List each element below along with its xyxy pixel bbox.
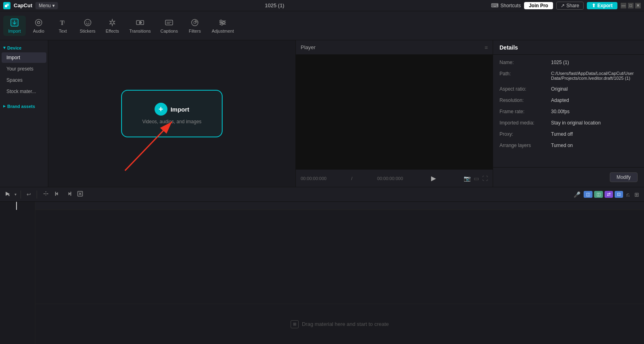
modify-button[interactable]: Modify [610, 172, 638, 182]
tool-audio[interactable]: Audio [27, 16, 50, 36]
device-section: ▾ Device [0, 44, 48, 52]
import-button[interactable]: + Import Videos, audios, and images [121, 90, 222, 137]
arrange-layers-label: Arrange layers [500, 143, 548, 148]
undo-button[interactable]: ↩ [25, 191, 33, 198]
chevron-down-icon: ▾ [3, 45, 6, 50]
audio-icon [34, 18, 43, 27]
detail-proxy: Proxy: Turned off [500, 131, 638, 137]
detail-resolution: Resolution: Adapted [500, 97, 638, 103]
split-button[interactable] [41, 190, 51, 199]
export-button[interactable]: ⬆ Export [587, 2, 617, 9]
text-icon: T I [58, 18, 67, 27]
svg-point-23 [220, 20, 222, 22]
player-panel: Player ≡ 00:00:00:000 / 00:00:00:000 ▶ 📷… [296, 40, 493, 187]
tl-divider-2 [37, 191, 37, 199]
tl-btn-gray2[interactable]: ⊞ [633, 190, 641, 199]
crop-icon[interactable]: ▭ [474, 175, 479, 182]
timeline-main: ⊞ Drag material here and start to create [35, 202, 644, 344]
tl-btn-gray1[interactable]: ⎌ [625, 190, 631, 199]
tool-text[interactable]: T I Text [52, 16, 74, 36]
svg-point-5 [35, 19, 42, 26]
filters-label: Filters [189, 29, 201, 33]
tl-btn-green[interactable]: ◫ [594, 191, 603, 198]
topbar-left: CapCut Menu ▾ [3, 2, 58, 9]
sidebar-item-spaces[interactable]: Spaces [2, 75, 46, 85]
media-panel: + Import Videos, audios, and images [48, 40, 296, 187]
tl-btn-purple[interactable]: ⇄ [605, 191, 613, 198]
timeline-ruler [35, 202, 644, 210]
sidebar-item-presets[interactable]: Your presets [2, 64, 46, 74]
timeline-toolbar: ▾ ↩ [0, 187, 644, 202]
close-button[interactable]: ✕ [635, 3, 641, 8]
delete-clip-button[interactable] [76, 190, 85, 199]
cursor-tool-button[interactable] [3, 190, 12, 199]
menu-label: Menu [39, 3, 51, 8]
join-pro-button[interactable]: Join Pro [524, 2, 553, 9]
player-controls: 00:00:00:000 / 00:00:00:000 ▶ 📷 ▭ ⛶ [296, 169, 493, 187]
main-area: ▾ Device Import Your presets Spaces Stoc… [0, 40, 644, 187]
tool-effects[interactable]: Effects [101, 16, 124, 36]
timeline-track-headers [0, 202, 35, 344]
transitions-label: Transitions [129, 29, 151, 33]
arrange-layers-value: Turned on [551, 143, 573, 148]
app-name: CapCut [14, 2, 32, 8]
tl-btn-blue2[interactable]: ⊡ [615, 191, 623, 198]
shortcuts-button[interactable]: ⌨ Shortcuts [491, 2, 521, 8]
import-icon [10, 18, 19, 27]
tool-captions[interactable]: Captions [157, 16, 182, 36]
timeline-drop-zone[interactable]: ⊞ Drag material here and start to create [35, 304, 644, 344]
window-controls: — □ ✕ [621, 3, 641, 8]
path-label: Path: [500, 71, 548, 77]
media-content: + Import Videos, audios, and images [48, 40, 295, 187]
sidebar-item-import[interactable]: Import [2, 52, 46, 63]
maximize-button[interactable]: □ [628, 3, 634, 8]
camera-icon[interactable]: 📷 [464, 175, 471, 182]
player-ctrl-icons: 📷 ▭ ⛶ [464, 175, 488, 182]
left-sidebar: ▾ Device Import Your presets Spaces Stoc… [0, 40, 48, 187]
tool-stickers[interactable]: Stickers [76, 16, 99, 36]
minimize-button[interactable]: — [621, 3, 626, 8]
detail-path: Path: C:/Users/fast/AppData/Local/CapCut… [500, 71, 638, 81]
brand-assets-section: ▸ Brand assets [0, 102, 48, 110]
menu-button[interactable]: Menu ▾ [35, 2, 58, 9]
trim-end-button[interactable] [64, 190, 73, 199]
tl-btn-blue1[interactable]: ◫ [584, 191, 592, 198]
name-label: Name: [500, 60, 548, 65]
tool-adjustment[interactable]: Adjustment [208, 16, 238, 36]
menu-arrow: ▾ [52, 3, 55, 8]
resolution-label: Resolution: [500, 97, 548, 103]
fullscreen-icon[interactable]: ⛶ [482, 175, 488, 182]
stickers-icon [83, 18, 92, 27]
import-box-subtitle: Videos, audios, and images [142, 119, 201, 124]
drop-hint-text: Drag material here and start to create [302, 321, 389, 327]
svg-rect-2 [6, 4, 9, 6]
svg-point-9 [85, 19, 91, 26]
tool-filters[interactable]: Filters [184, 16, 206, 36]
chevron-right-icon: ▸ [3, 104, 6, 109]
aspect-value: Original [551, 86, 568, 92]
detail-name: Name: 1025 (1) [500, 60, 638, 65]
tool-transitions[interactable]: Transitions [125, 16, 155, 36]
import-plus-icon: + [155, 103, 167, 116]
detail-framerate: Frame rate: 30.00fps [500, 109, 638, 114]
playhead-marker [16, 202, 17, 210]
tool-import[interactable]: Import [3, 16, 26, 36]
play-button[interactable]: ▶ [428, 173, 439, 184]
stickers-label: Stickers [80, 29, 95, 33]
sidebar-item-stock[interactable]: Stock mater... [2, 86, 46, 97]
detail-aspect: Aspect ratio: Original [500, 86, 638, 92]
details-title: Details [500, 44, 518, 51]
player-menu-icon: ≡ [485, 44, 488, 51]
share-button[interactable]: ↗ Share [556, 2, 584, 10]
tl-divider-1 [21, 191, 21, 199]
svg-point-24 [223, 21, 225, 23]
svg-text:I: I [64, 20, 65, 24]
trim-start-button[interactable] [53, 190, 62, 199]
svg-point-11 [88, 21, 89, 22]
transitions-icon [136, 18, 144, 27]
microphone-button[interactable]: 🎤 [572, 190, 582, 199]
path-value: C:/Users/fast/AppData/Local/CapCut/User … [551, 71, 638, 81]
import-label: Import [8, 29, 21, 33]
framerate-label: Frame rate: [500, 109, 548, 114]
detail-imported-media: Imported media: Stay in original locatio… [500, 120, 638, 126]
